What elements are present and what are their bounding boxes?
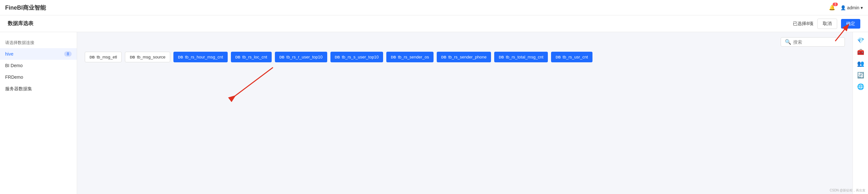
chip-table-name: tb_rs_loc_cnt	[243, 55, 267, 59]
chips-container: DBtb_msg_etlDBtb_msg_sourceDBtb_rs_hour_…	[85, 52, 845, 62]
chip-tb_rs_hour_msg_cnt[interactable]: DBtb_rs_hour_msg_cnt	[174, 52, 227, 62]
chip-table-name: tb_msg_etl	[97, 55, 117, 59]
chip-tb_msg_etl[interactable]: DBtb_msg_etl	[85, 52, 122, 62]
chip-table-name: tb_rs_sender_phone	[448, 55, 487, 59]
chip-tb_rs_r_user_top10[interactable]: DBtb_rs_r_user_top10	[275, 52, 327, 62]
main-layout: 请选择数据连接 hive8BI DemoFRDemo服务器数据集 🔍 DBtb_…	[0, 32, 868, 194]
sidebar-items: hive8BI DemoFRDemo服务器数据集	[0, 48, 77, 95]
globe-icon[interactable]: 🌐	[855, 81, 866, 93]
chevron-down-icon: ▾	[861, 5, 863, 10]
notification-badge: 3	[833, 3, 838, 6]
chip-table-name: tb_rs_r_user_top10	[286, 55, 323, 59]
user-group-icon[interactable]: 👥	[855, 58, 866, 69]
watermark: CSDN @新征程，再出发	[830, 188, 865, 193]
content-area: 🔍 DBtb_msg_etlDBtb_msg_sourceDBtb_rs_hou…	[77, 32, 852, 194]
chip-table-name: tb_rs_total_msg_cnt	[506, 55, 544, 59]
chip-db-label: DB	[499, 55, 504, 59]
sub-header: 数据库选表 已选择8项 取消 确定	[0, 15, 868, 32]
sidebar-item-BI Demo[interactable]: BI Demo	[0, 60, 77, 71]
chip-db-label: DB	[178, 55, 183, 59]
sidebar-item-服务器数据集[interactable]: 服务器数据集	[0, 83, 77, 95]
sidebar-item-label: BI Demo	[5, 63, 23, 68]
search-input-wrap[interactable]: 🔍	[781, 37, 845, 46]
confirm-button[interactable]: 确定	[841, 19, 860, 29]
sidebar-item-badge: 8	[64, 52, 72, 57]
chip-table-name: tb_rs_sender_os	[398, 55, 429, 59]
chip-table-name: tb_rs_s_user_top10	[342, 55, 379, 59]
user-name: admin	[847, 5, 859, 10]
page-title: 数据库选表	[8, 20, 33, 27]
bell-button[interactable]: 🔔 3	[829, 4, 835, 10]
cancel-button[interactable]: 取消	[817, 19, 837, 29]
chip-db-label: DB	[441, 55, 446, 59]
search-input[interactable]	[793, 39, 841, 45]
sync-icon[interactable]: 🔄	[855, 69, 866, 81]
briefcase-icon[interactable]: 🧰	[855, 46, 866, 58]
top-nav: FineBI商业智能 🔔 3 👤 admin ▾	[0, 0, 868, 15]
chip-tb_msg_source[interactable]: DBtb_msg_source	[125, 52, 170, 62]
chip-db-label: DB	[130, 55, 135, 59]
sidebar-item-label: hive	[5, 52, 13, 57]
chip-tb_rs_s_user_top10[interactable]: DBtb_rs_s_user_top10	[331, 52, 383, 62]
right-icons: 💎🧰👥🔄🌐	[855, 35, 866, 93]
chip-tb_rs_sender_phone[interactable]: DBtb_rs_sender_phone	[437, 52, 491, 62]
user-avatar-icon: 👤	[840, 5, 846, 10]
selected-count-label: 已选择8项	[793, 21, 813, 27]
right-sidebar: 💎🧰👥🔄🌐	[852, 32, 868, 194]
chip-db-label: DB	[335, 55, 340, 59]
sidebar-item-label: 服务器数据集	[5, 86, 32, 92]
sidebar-item-label: FRDemo	[5, 74, 23, 80]
chip-table-name: tb_msg_source	[137, 55, 165, 59]
user-menu[interactable]: 👤 admin ▾	[840, 5, 863, 10]
sub-header-actions: 已选择8项 取消 确定	[793, 19, 860, 29]
sidebar-section-title: 请选择数据连接	[0, 37, 77, 48]
chip-db-label: DB	[556, 55, 561, 59]
sidebar-item-hive[interactable]: hive8	[0, 48, 77, 60]
chip-db-label: DB	[236, 55, 241, 59]
chip-tb_rs_total_msg_cnt[interactable]: DBtb_rs_total_msg_cnt	[494, 52, 548, 62]
sidebar: 请选择数据连接 hive8BI DemoFRDemo服务器数据集	[0, 32, 77, 194]
chip-tb_rs_sender_os[interactable]: DBtb_rs_sender_os	[386, 52, 434, 62]
app-logo: FineBI商业智能	[5, 4, 46, 11]
chip-tb_rs_loc_cnt[interactable]: DBtb_rs_loc_cnt	[231, 52, 272, 62]
chip-db-label: DB	[279, 55, 284, 59]
top-nav-right: 🔔 3 👤 admin ▾	[829, 4, 863, 10]
chip-db-label: DB	[90, 55, 95, 59]
search-bar: 🔍	[85, 37, 845, 46]
diamond-icon[interactable]: 💎	[855, 35, 866, 46]
chip-tb_rs_usr_cnt[interactable]: DBtb_rs_usr_cnt	[551, 52, 592, 62]
chip-db-label: DB	[391, 55, 396, 59]
chip-table-name: tb_rs_hour_msg_cnt	[185, 55, 223, 59]
chip-table-name: tb_rs_usr_cnt	[563, 55, 588, 59]
search-icon: 🔍	[785, 39, 791, 45]
sidebar-item-FRDemo[interactable]: FRDemo	[0, 71, 77, 83]
